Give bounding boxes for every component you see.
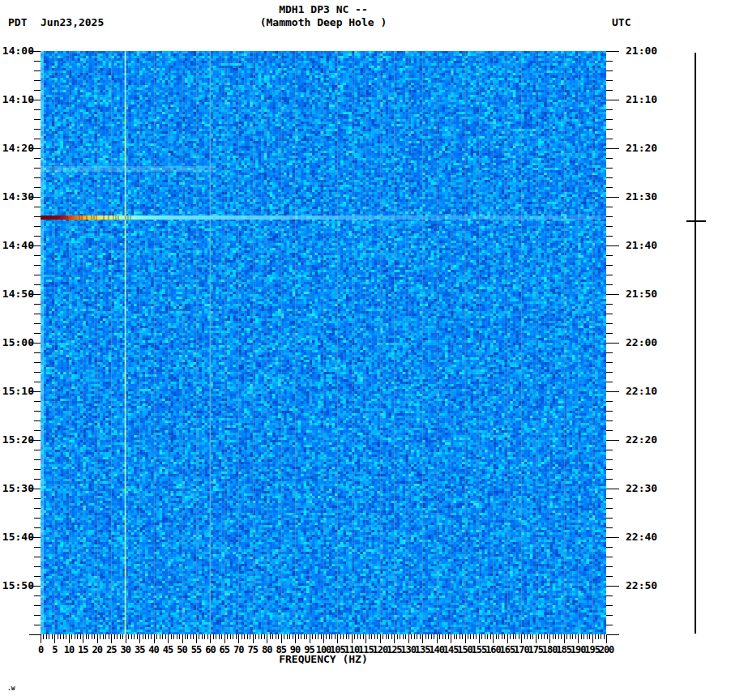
left-minor-tick [34, 547, 41, 548]
x-major-tick [536, 634, 536, 643]
x-minor-tick [298, 634, 299, 639]
right-minor-tick [606, 518, 613, 519]
left-minor-tick [34, 129, 41, 130]
left-minor-tick [34, 80, 41, 81]
right-minor-tick [606, 177, 613, 178]
x-minor-tick [71, 634, 72, 639]
x-minor-tick [340, 634, 341, 639]
x-minor-tick [213, 634, 214, 639]
x-major-tick [310, 634, 310, 643]
left-minor-tick [34, 275, 41, 275]
x-minor-tick [120, 634, 121, 639]
right-minor-tick [606, 70, 613, 71]
x-minor-tick [490, 634, 491, 639]
x-minor-tick [604, 634, 605, 639]
x-minor-tick [515, 634, 516, 639]
right-minor-tick [606, 508, 613, 509]
x-minor-tick [510, 634, 511, 639]
left-minor-tick [34, 139, 41, 139]
left-minor-tick [34, 459, 41, 460]
x-minor-tick [230, 634, 231, 639]
x-major-tick [182, 634, 183, 643]
right-minor-tick [606, 576, 613, 577]
x-minor-tick [460, 634, 460, 639]
x-minor-tick [199, 634, 199, 639]
left-minor-tick [34, 119, 41, 120]
right-minor-tick [606, 207, 613, 207]
x-minor-tick [439, 634, 440, 639]
x-major-tick [352, 634, 353, 643]
x-minor-tick [46, 634, 47, 639]
left-minor-tick [34, 333, 41, 334]
right-minor-tick [606, 557, 613, 557]
amplitude-trace-event-marker [686, 220, 706, 222]
left-minor-tick [34, 70, 41, 71]
x-minor-tick [584, 634, 584, 639]
x-minor-tick [442, 634, 443, 639]
x-minor-tick [431, 634, 432, 639]
x-minor-tick [476, 634, 477, 639]
x-minor-tick [321, 634, 322, 639]
x-major-tick [97, 634, 98, 643]
x-minor-tick [58, 634, 58, 639]
x-minor-tick [92, 634, 92, 639]
right-minor-tick [606, 352, 613, 353]
right-minor-tick [606, 605, 613, 606]
x-minor-tick [255, 634, 256, 639]
x-minor-tick [391, 634, 392, 639]
left-minor-tick [34, 450, 41, 450]
x-minor-tick [360, 634, 361, 639]
x-minor-tick [43, 634, 44, 639]
x-major-tick [437, 634, 438, 643]
x-major-tick [564, 634, 565, 643]
right-minor-tick [606, 372, 613, 373]
left-major-tick [29, 391, 41, 392]
right-timezone-label: UTC [612, 16, 631, 28]
right-minor-tick [606, 304, 613, 305]
x-major-tick [238, 634, 239, 643]
x-minor-tick [456, 634, 457, 639]
right-minor-tick [606, 323, 613, 324]
amplitude-trace-line [695, 53, 696, 634]
x-minor-tick [601, 634, 601, 639]
x-minor-tick [289, 634, 290, 639]
x-minor-tick [598, 634, 599, 639]
right-minor-tick [606, 119, 613, 120]
right-minor-tick [606, 139, 613, 139]
x-major-tick [507, 634, 508, 643]
right-major-tick [606, 294, 619, 295]
left-minor-tick [34, 595, 41, 596]
x-minor-tick [272, 634, 273, 639]
x-minor-tick [276, 634, 276, 639]
right-minor-tick [606, 61, 613, 62]
x-minor-tick [77, 634, 78, 639]
page-title: MDH1 DP3 NC -- [0, 3, 647, 15]
watermark: .w [7, 685, 15, 692]
left-major-tick [29, 51, 41, 52]
x-major-tick [592, 634, 593, 643]
x-major-tick [479, 634, 480, 643]
x-minor-tick [128, 634, 129, 639]
left-major-tick [29, 245, 41, 246]
x-major-tick [111, 634, 112, 643]
x-minor-tick [187, 634, 188, 639]
x-minor-tick [49, 634, 49, 639]
x-major-tick [210, 634, 211, 643]
left-minor-tick [34, 90, 41, 91]
x-minor-tick [354, 634, 355, 639]
x-major-tick [394, 634, 395, 643]
x-minor-tick [346, 634, 347, 639]
x-minor-tick [363, 634, 364, 639]
spectrogram-figure: MDH1 DP3 NC -- (Mammoth Deep Hole ) PDT … [0, 0, 731, 700]
x-minor-tick [498, 634, 499, 639]
x-minor-tick [156, 634, 157, 639]
right-minor-tick [606, 109, 613, 110]
x-minor-tick [236, 634, 237, 639]
left-minor-tick [34, 236, 41, 237]
left-minor-tick [34, 168, 41, 169]
x-minor-tick [470, 634, 471, 639]
left-minor-tick [34, 469, 41, 470]
left-minor-tick [34, 557, 41, 557]
left-major-tick [29, 148, 41, 149]
x-minor-tick [326, 634, 327, 639]
